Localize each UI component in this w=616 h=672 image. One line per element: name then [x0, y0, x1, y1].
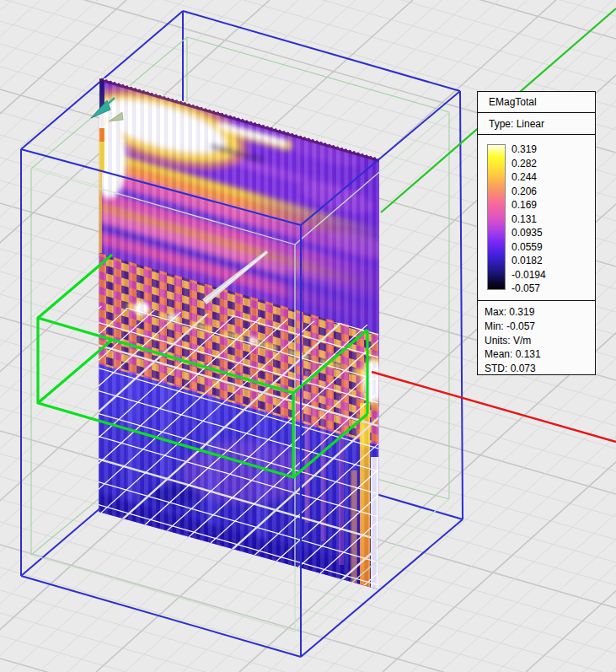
stat-std: STD: 0.073: [485, 362, 595, 376]
scale-tick-label: 0.206: [512, 185, 546, 199]
stat-mean: Mean: 0.131: [485, 347, 595, 362]
legend-panel: EMagTotal Type: Linear 0.319 0.282 0.244…: [477, 91, 596, 375]
viewport-3d[interactable]: EMagTotal Type: Linear 0.319 0.282 0.244…: [0, 0, 616, 672]
scale-tick-label: 0.0182: [512, 254, 546, 268]
scale-tick-label: -0.057: [512, 282, 546, 296]
legend-type-label: Type: Linear: [489, 118, 544, 130]
scale-tick-label: 0.244: [512, 170, 546, 185]
scale-tick-label: 0.0559: [512, 240, 546, 255]
scale-tick-label: 0.282: [512, 157, 546, 171]
stat-min: Min: -0.057: [485, 320, 595, 334]
legend-stats-section: Max: 0.319 Min: -0.057 Units: V/m Mean: …: [478, 301, 595, 376]
scale-tick-label: 0.0935: [512, 226, 546, 240]
scale-tick-label: 0.131: [512, 212, 546, 227]
legend-title: EMagTotal: [489, 96, 537, 108]
legend-scale-section: 0.319 0.282 0.244 0.206 0.169 0.131 0.09…: [478, 135, 595, 301]
scale-tick-label: -0.0194: [512, 268, 546, 282]
stat-units: Units: V/m: [485, 334, 595, 348]
legend-title-row: EMagTotal: [478, 92, 595, 113]
colorbar: [487, 144, 506, 290]
stat-max: Max: 0.319: [485, 305, 595, 320]
scale-tick-label: 0.319: [512, 142, 546, 157]
colorbar-tick-labels: 0.319 0.282 0.244 0.206 0.169 0.131 0.09…: [512, 142, 546, 296]
legend-type-row: Type: Linear: [478, 113, 595, 135]
scale-tick-label: 0.169: [512, 198, 546, 212]
